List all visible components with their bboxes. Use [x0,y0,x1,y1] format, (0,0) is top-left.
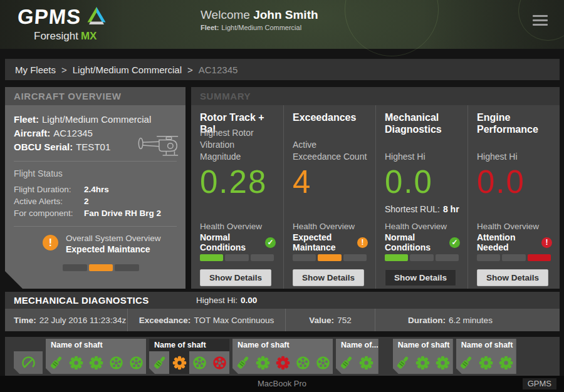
show-details-button[interactable]: Show Details [385,269,456,286]
summary-card-mechanical-diagnostics: Mechanical Diagnostics Highest Hi 0.0 Sh… [375,105,467,289]
card-extra [200,204,276,222]
card-metric-label: Highest Rotor Vibration Magnitude [200,138,276,163]
shaft-icon[interactable] [46,351,66,374]
time-field: Time:22 July 2016 11:23:34z [5,309,127,331]
stat-row: For component:Fan Drive RH Brg 2 [14,207,177,219]
exceedance-field: Exceedance:TOT Max Continuous [127,309,285,331]
panel-title: AIRCRAFT OVERVIEW [5,87,185,105]
shaft-icon[interactable] [456,351,476,374]
mechanical-diagnostics-header: MECHANICAL DIAGNOSTICS Highest Hi:0.00 [5,292,560,309]
gpms-triangle-icon [86,6,107,28]
shaft-group: Name of shaft [232,339,333,374]
gear-icon[interactable] [169,351,189,374]
gear-icon[interactable] [496,351,516,374]
duration-field: Duration:6.2 minutes [375,309,525,331]
shaft-name-label: Name of... [336,339,379,351]
breadcrumb-item-fleet[interactable]: Light/Medium Commercial [73,64,182,75]
shaft-group: Name of shaft [46,339,146,374]
card-health: Health Overview Normal Conditions [385,222,460,249]
app-screen: GPMS ForesightMX Welcome John Smith Flee… [0,0,564,392]
summary-card-rotor-track: Rotor Track + Bal Highest Rotor Vibratio… [191,105,283,289]
health-bar [385,254,459,261]
bearing-icon[interactable] [313,351,333,374]
bearing-icon[interactable] [106,351,126,374]
bezel-brand: MacBook Pro [0,379,564,388]
card-metric-label: Highest Hi [385,138,460,163]
breadcrumb-item-my-fleets[interactable]: My Fleets [15,64,56,75]
app-header: GPMS ForesightMX Welcome John Smith Flee… [0,0,564,49]
breadcrumb-item-aircraft: AC12345 [199,64,238,75]
shaft-group: Name of shaft [456,339,516,374]
brand-logo: GPMS ForesightMX [18,5,107,43]
summary-card-exceedances: Exceedances Active Exceedance Count 4 He… [283,105,375,289]
card-metric-label: Active Exceedance Count [293,138,368,163]
value-field: Value:752 [285,309,375,331]
gear-icon[interactable] [356,351,376,374]
gear-icon[interactable] [273,351,293,374]
gear-icon[interactable] [86,351,106,374]
fleet-value: Light/Medium Commercial [221,24,301,31]
bearing-icon[interactable] [209,351,229,374]
summary-card-engine-performance: Engine Performance Highest Hi 0.0 Health… [467,105,560,289]
gear-icon[interactable] [433,351,453,374]
shortest-rul: Shortest RUL:8 hr [385,204,460,222]
decorative-ring [345,0,439,56]
shaft-icon[interactable] [393,351,413,374]
summary-panel: SUMMARY Rotor Track + Bal Highest Rotor … [191,87,560,289]
breadcrumb: My Fleets > Light/Medium Commercial > AC… [5,59,560,80]
breadcrumb-separator: > [187,64,193,75]
gpms-wordmark: GPMS [17,5,82,29]
laptop-bezel: MacBook Pro GPMS [0,376,564,392]
card-title: Mechanical Diagnostics [385,111,460,138]
check-icon [265,237,276,248]
shaft-icon[interactable] [149,351,169,374]
bearing-icon[interactable] [189,351,209,374]
welcome-block: Welcome John Smith Fleet:Light/Medium Co… [201,8,318,31]
overall-health-gauge [63,264,139,271]
gpms-badge: GPMS [523,378,556,389]
card-value: 0.0 [477,163,552,204]
gear-icon[interactable] [413,351,433,374]
warning-icon [357,237,368,248]
card-value: 4 [293,163,368,204]
menu-icon[interactable] [533,15,548,28]
show-details-button[interactable]: Show Details [200,269,271,286]
welcome-prefix: Welcome [201,8,250,21]
helicopter-icon [137,132,179,160]
gear-icon[interactable] [66,351,86,374]
gauge-icon[interactable] [14,351,43,374]
health-bar [293,254,367,261]
warning-icon [43,235,58,250]
health-bar [477,254,551,261]
aircraft-overview-panel: AIRCRAFT OVERVIEW Fleet:Light/Medium Com… [5,87,185,289]
shaft-name-label: Name of shaft [149,339,229,351]
shaft-icon[interactable] [336,351,356,374]
card-metric-label: Highest Hi [477,138,552,163]
card-health: Health Overview Attention Needed [477,222,552,249]
overall-status: Expected Maintance [66,244,161,254]
shaft-group: Name of shaft [149,339,229,374]
bearing-icon[interactable] [126,351,146,374]
product-name: ForesightMX [34,30,107,43]
card-health: Health Overview Normal Conditions [200,222,276,249]
panel-title: SUMMARY [191,87,560,105]
gear-icon[interactable] [476,351,496,374]
gear-icon[interactable] [253,351,273,374]
shaft-name-label: Name of shaft [46,339,146,351]
card-extra [477,204,552,222]
flight-status-label: Flight Status [14,168,177,178]
fleet-row: Fleet:Light/Medium Commercial [14,113,177,126]
card-title: Engine Performance [477,111,552,138]
check-icon [449,237,460,248]
card-title: Exceedances [293,111,368,138]
exceedance-info-bar: Time:22 July 2016 11:23:34z Exceedance:T… [5,309,560,331]
card-value: 0.0 [385,163,460,204]
shaft-icon[interactable] [232,351,253,374]
show-details-button[interactable]: Show Details [477,269,548,286]
bearing-icon[interactable] [293,351,313,374]
shaft-name-label: Name of shaft [393,339,453,351]
shaft-strip: Name of shaftName of shaftName of shaftN… [5,337,560,376]
shaft-name-label: Name of shaft [456,339,516,351]
show-details-button[interactable]: Show Details [293,269,364,286]
divider [14,226,177,227]
